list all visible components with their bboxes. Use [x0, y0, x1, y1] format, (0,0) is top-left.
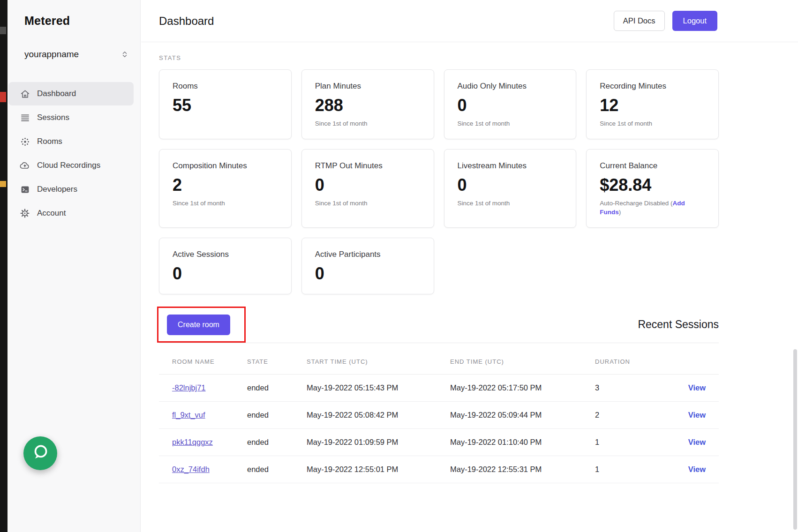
- column-header-room-name: ROOM NAME: [159, 346, 243, 375]
- vertical-scrollbar-thumb[interactable]: [793, 349, 797, 530]
- create-room-button[interactable]: Create room: [167, 315, 230, 335]
- stat-subtitle: Since 1st of month: [600, 120, 705, 128]
- background-fragment: [0, 92, 6, 102]
- app-switcher[interactable]: yourappname: [24, 49, 130, 60]
- session-view-cell: View: [648, 402, 719, 429]
- stat-value: 288: [315, 95, 421, 115]
- sidebar-item-label: Cloud Recordings: [37, 161, 100, 170]
- session-state-cell: ended: [243, 429, 303, 456]
- session-end-cell: May-19-2022 01:10:40 PM: [446, 429, 591, 456]
- background-fragment: [0, 27, 6, 34]
- sidebar-item-rooms[interactable]: Rooms: [8, 130, 134, 153]
- actions-row: Create room Recent Sessions: [159, 307, 719, 343]
- recent-sessions-heading: Recent Sessions: [638, 318, 719, 331]
- stat-title: Current Balance: [600, 161, 705, 171]
- sidebar-item-sessions[interactable]: Sessions: [8, 106, 134, 129]
- page-title: Dashboard: [159, 15, 214, 28]
- stat-subtitle: Since 1st of month: [315, 120, 421, 128]
- stat-title: Livestream Minutes: [458, 161, 563, 171]
- app-switcher-label: yourappname: [24, 49, 79, 60]
- session-state-cell: ended: [243, 375, 303, 402]
- session-view-cell: View: [648, 375, 719, 402]
- session-room-cell: pkk11qggxz: [159, 429, 243, 456]
- session-duration-cell: 1: [591, 429, 648, 456]
- content-area: STATS Rooms 55 Plan Minutes 288 Since 1s…: [141, 42, 719, 483]
- view-link[interactable]: View: [688, 465, 706, 473]
- session-start-cell: May-19-2022 01:09:59 PM: [303, 429, 446, 456]
- section-divider: [159, 343, 719, 343]
- background-window-strip: [0, 0, 8, 532]
- recent-sessions-table: ROOM NAME STATE START TIME (UTC) END TIM…: [159, 346, 719, 483]
- sidebar-item-cloud-recordings[interactable]: Cloud Recordings: [8, 154, 134, 177]
- stat-subtitle: Since 1st of month: [458, 199, 563, 208]
- session-end-cell: May-19-2022 05:09:44 PM: [446, 402, 591, 429]
- room-link[interactable]: pkk11qggxz: [172, 438, 213, 446]
- column-header-actions: [648, 346, 719, 375]
- session-state-cell: ended: [243, 456, 303, 483]
- view-link[interactable]: View: [688, 383, 706, 392]
- session-start-cell: May-19-2022 12:55:01 PM: [303, 456, 446, 483]
- stat-title: Plan Minutes: [315, 82, 421, 91]
- main-area: Dashboard API Docs Logout STATS Rooms 55…: [141, 0, 798, 532]
- session-end-cell: May-19-2022 05:17:50 PM: [446, 375, 591, 402]
- session-room-cell: 0xz_74ifdh: [159, 456, 243, 483]
- stat-title: Recording Minutes: [600, 82, 705, 91]
- sidebar-item-dashboard[interactable]: Dashboard: [8, 82, 134, 105]
- rooms-dotted-circle-icon: [20, 136, 30, 147]
- sidebar-item-label: Developers: [37, 185, 77, 194]
- stat-card-composition-minutes: Composition Minutes 2 Since 1st of month: [159, 149, 292, 228]
- room-link[interactable]: fl_9xt_vuf: [172, 411, 205, 419]
- balance-note-suffix: ): [619, 209, 621, 216]
- view-link[interactable]: View: [688, 411, 706, 419]
- stat-subtitle: Since 1st of month: [458, 120, 563, 128]
- header-actions: API Docs Logout: [614, 11, 717, 31]
- table-header-row: ROOM NAME STATE START TIME (UTC) END TIM…: [159, 346, 719, 375]
- session-room-cell: fl_9xt_vuf: [159, 402, 243, 429]
- sidebar-item-developers[interactable]: Developers: [8, 178, 134, 201]
- stats-section-label: STATS: [159, 54, 719, 61]
- stat-card-rtmp-out-minutes: RTMP Out Minutes 0 Since 1st of month: [301, 149, 434, 228]
- session-start-cell: May-19-2022 05:15:43 PM: [303, 375, 446, 402]
- session-start-cell: May-19-2022 05:08:42 PM: [303, 402, 446, 429]
- chat-bubble-icon: [30, 442, 50, 464]
- session-state-cell: ended: [243, 402, 303, 429]
- sidebar-nav: Dashboard Sessions Rooms Cloud Recording…: [8, 82, 140, 225]
- brand-logo: Metered: [8, 0, 140, 28]
- stat-value: 0: [458, 175, 563, 195]
- stat-value: $28.84: [600, 175, 705, 195]
- session-end-cell: May-19-2022 12:55:31 PM: [446, 456, 591, 483]
- view-link[interactable]: View: [688, 438, 706, 446]
- stat-card-current-balance: Current Balance $28.84 Auto-Recharge Dis…: [586, 149, 719, 228]
- column-header-start-time: START TIME (UTC): [303, 346, 446, 375]
- stat-value: 0: [458, 95, 563, 115]
- stat-title: Active Sessions: [173, 250, 278, 259]
- gear-icon: [20, 208, 30, 218]
- app-switcher-chevrons-icon: [120, 49, 130, 60]
- session-duration-cell: 2: [591, 402, 648, 429]
- logout-button[interactable]: Logout: [672, 11, 717, 31]
- room-link[interactable]: 0xz_74ifdh: [172, 465, 210, 473]
- help-chat-button[interactable]: [23, 436, 57, 470]
- table-row: pkk11qggxz ended May-19-2022 01:09:59 PM…: [159, 429, 719, 456]
- stat-title: RTMP Out Minutes: [315, 161, 421, 171]
- sidebar-item-account[interactable]: Account: [8, 202, 134, 225]
- terminal-icon: [20, 184, 30, 195]
- stat-card-active-sessions: Active Sessions 0: [159, 238, 292, 294]
- stat-value: 0: [315, 263, 421, 284]
- stat-subtitle: Since 1st of month: [315, 199, 421, 208]
- sidebar-item-label: Sessions: [37, 113, 69, 122]
- room-link[interactable]: -82lnjbj71: [172, 383, 206, 392]
- stat-card-audio-only-minutes: Audio Only Minutes 0 Since 1st of month: [444, 69, 577, 139]
- home-icon: [20, 89, 30, 99]
- sidebar-item-label: Account: [37, 209, 66, 218]
- stat-card-rooms: Rooms 55: [159, 69, 292, 139]
- stat-card-active-participants: Active Participants 0: [301, 238, 434, 294]
- stat-value: 0: [315, 175, 421, 195]
- stat-value: 55: [173, 95, 278, 115]
- session-view-cell: View: [648, 429, 719, 456]
- balance-note: Auto-Recharge Disabled (Add Funds): [600, 199, 705, 217]
- api-docs-button[interactable]: API Docs: [614, 11, 665, 31]
- stat-title: Composition Minutes: [173, 161, 278, 171]
- stat-card-recording-minutes: Recording Minutes 12 Since 1st of month: [586, 69, 719, 139]
- session-view-cell: View: [648, 456, 719, 483]
